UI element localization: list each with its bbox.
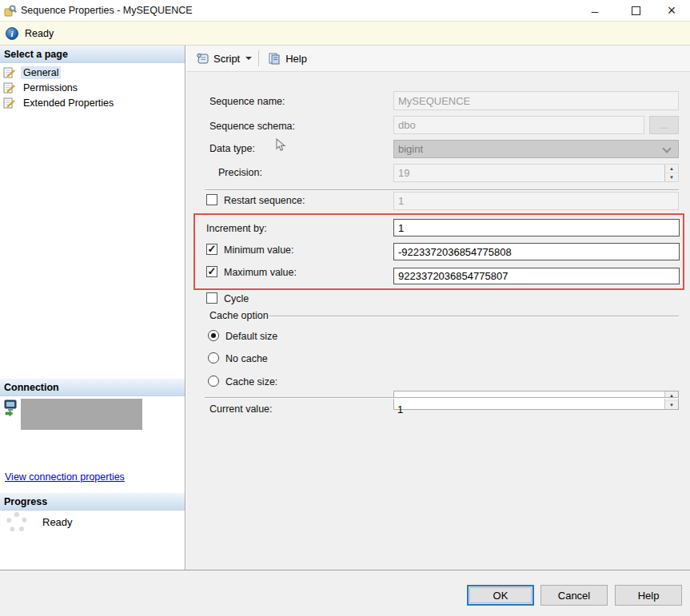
select-a-page-header: Select a page (0, 46, 185, 63)
info-icon: i (6, 27, 18, 40)
toolbar-separator (258, 50, 259, 66)
current-value-label: Current value: (209, 403, 273, 415)
increment-by-label: Increment by: (206, 223, 267, 234)
footer-bar: OK Cancel Help (0, 570, 690, 616)
minimize-icon: – (592, 4, 598, 18)
server-connection-icon (3, 399, 19, 420)
minimum-value-input[interactable] (393, 243, 680, 260)
status-text: Ready (25, 28, 54, 39)
radio-selected-dot (211, 333, 216, 338)
maximum-value-label: Maximum value: (224, 267, 297, 278)
data-type-dropdown[interactable]: bigint (393, 140, 679, 158)
page-toolbar: Script Help (186, 46, 690, 72)
progress-spinner-icon (6, 512, 27, 533)
sidebar-item-general[interactable]: General (3, 66, 61, 80)
spin-up-icon[interactable]: ▲ (665, 391, 678, 401)
cache-size-field[interactable]: ▲ ▼ (393, 391, 679, 410)
sidebar-item-permissions[interactable]: Permissions (3, 81, 80, 95)
sidebar-item-label: Permissions (21, 81, 80, 94)
sequence-name-field[interactable] (393, 91, 679, 110)
schema-browse-button[interactable]: ... (649, 116, 679, 134)
minimum-value-field[interactable] (393, 243, 680, 260)
status-strip: i Ready (0, 21, 690, 46)
minimize-button[interactable]: – (581, 0, 608, 21)
current-value-text: 1 (397, 403, 403, 415)
minimum-value-checkbox[interactable]: ✓ (206, 244, 217, 255)
server-name-redacted (21, 399, 142, 430)
default-size-label: Default size (225, 331, 277, 342)
sequence-schema-label: Sequence schema: (209, 121, 295, 132)
data-type-label: Data type: (209, 143, 255, 154)
help-button-footer[interactable]: Help (615, 585, 682, 606)
page-icon (3, 67, 16, 78)
data-type-value: bigint (398, 143, 423, 155)
progress-status: Ready (42, 516, 73, 528)
default-size-radio[interactable] (208, 330, 219, 341)
cancel-button[interactable]: Cancel (540, 585, 608, 606)
help-toolbar-label: Help (285, 53, 307, 65)
spin-down-icon[interactable]: ▼ (665, 173, 678, 181)
maximum-value-input[interactable] (393, 268, 680, 284)
left-pane: Select a page General Permissions (0, 46, 185, 570)
cache-size-label: Cache size: (225, 376, 277, 387)
view-connection-properties-link[interactable]: View connection properties (5, 471, 125, 483)
sequence-schema-field[interactable] (393, 116, 644, 134)
sidebar-item-extended-properties[interactable]: Extended Properties (3, 96, 116, 110)
check-icon: ✓ (208, 244, 217, 254)
sequence-name-label: Sequence name: (209, 96, 285, 107)
ok-button[interactable]: OK (467, 585, 534, 606)
help-pages-icon (268, 52, 281, 65)
script-button[interactable]: Script (193, 50, 255, 67)
script-dropdown-icon[interactable] (245, 57, 252, 60)
maximize-icon (632, 6, 640, 15)
separator (205, 397, 679, 399)
minimum-value-label: Minimum value: (224, 244, 294, 256)
mouse-cursor (276, 138, 286, 155)
maximum-value-field[interactable] (393, 268, 680, 284)
title-bar: Sequence Properties - MySEQUENCE – × (0, 0, 690, 21)
precision-field[interactable]: ▲ ▼ (393, 164, 679, 182)
sequence-properties-dialog: Sequence Properties - MySEQUENCE – × i R… (0, 0, 690, 616)
connection-header: Connection (0, 379, 185, 396)
right-pane: Script Help Sequence name: (186, 46, 690, 570)
precision-label: Precision: (218, 167, 262, 178)
help-button[interactable]: Help (265, 50, 310, 67)
script-scroll-icon (196, 52, 209, 65)
increment-by-field[interactable] (393, 219, 680, 236)
group-separator (269, 316, 679, 317)
sidebar-item-label: Extended Properties (21, 97, 116, 109)
separator (205, 189, 679, 191)
cycle-label: Cycle (224, 293, 249, 304)
sequence-schema-input[interactable] (393, 116, 644, 134)
sequence-properties-app-icon (4, 4, 17, 19)
no-cache-radio[interactable] (208, 352, 219, 364)
maximum-value-checkbox[interactable]: ✓ (206, 266, 217, 277)
restart-sequence-label: Restart sequence: (224, 195, 305, 206)
page-icon (3, 82, 16, 93)
cache-option-group-label: Cache option (209, 310, 269, 321)
precision-input[interactable] (393, 164, 679, 182)
cache-size-radio[interactable] (208, 376, 219, 387)
check-icon: ✓ (208, 266, 217, 276)
close-icon: × (668, 2, 676, 19)
script-label: Script (213, 53, 240, 65)
chevron-down-icon (662, 144, 671, 153)
window-title: Sequence Properties - MySEQUENCE (21, 5, 193, 16)
spin-down-icon[interactable]: ▼ (665, 401, 678, 410)
maximize-button[interactable] (622, 0, 649, 21)
sequence-name-input[interactable] (393, 91, 679, 110)
restart-sequence-checkbox[interactable] (206, 194, 217, 205)
increment-by-input[interactable] (393, 219, 680, 236)
spin-up-icon[interactable]: ▲ (665, 165, 678, 173)
page-icon (3, 97, 16, 109)
cache-size-input[interactable] (393, 391, 679, 410)
no-cache-label: No cache (225, 353, 268, 364)
close-button[interactable]: × (658, 0, 685, 21)
sidebar-item-label: General (21, 66, 61, 79)
restart-sequence-field[interactable] (393, 192, 679, 210)
cycle-checkbox[interactable] (206, 292, 217, 304)
restart-sequence-input[interactable] (393, 192, 679, 210)
progress-header: Progress (0, 493, 185, 511)
